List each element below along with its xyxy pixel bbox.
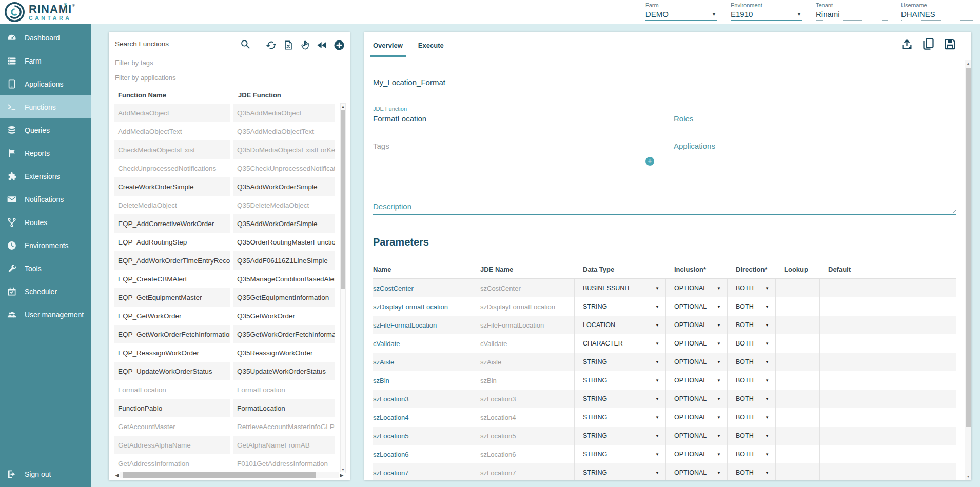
parameter-default-cell[interactable] [820,463,956,480]
data-type-select[interactable]: STRING▼ [575,297,666,316]
applications-field[interactable]: Applications [674,139,956,173]
parameter-default-cell[interactable] [820,353,956,371]
upload-icon[interactable] [900,37,914,51]
function-name-input[interactable] [373,78,953,92]
function-row[interactable]: EQP_AddWorkOrderTimeEntryRecordQ35AddF06… [114,251,345,270]
inclusion-select[interactable]: OPTIONAL▼ [666,297,728,316]
data-type-select[interactable]: BUSINESSUNIT▼ [575,279,666,297]
description-field[interactable]: Description [373,202,956,215]
inclusion-select[interactable]: OPTIONAL▼ [666,408,728,427]
tags-input[interactable] [373,141,613,150]
parameter-lookup-cell[interactable] [776,427,820,445]
sidebar-item-farm[interactable]: Farm [0,49,91,72]
data-type-select[interactable]: CHARACTER▼ [575,334,666,353]
parameter-default-cell[interactable] [820,297,956,316]
inclusion-select[interactable]: OPTIONAL▼ [666,463,728,480]
direction-select[interactable]: BOTH▼ [728,463,776,480]
inclusion-select[interactable]: OPTIONAL▼ [666,334,728,353]
textarea-resize-handle[interactable] [951,209,956,213]
parameter-name-link[interactable]: szLocation4 [373,408,472,427]
scroll-left-icon[interactable]: ◀ [114,473,120,478]
parameter-default-cell[interactable] [820,371,956,390]
inclusion-select[interactable]: OPTIONAL▼ [666,371,728,390]
direction-select[interactable]: BOTH▼ [728,279,776,297]
data-type-select[interactable]: STRING▼ [575,371,666,390]
direction-select[interactable]: BOTH▼ [728,371,776,390]
add-function-icon[interactable] [334,39,345,51]
scroll-right-icon[interactable]: ▶ [339,473,345,478]
sidebar-item-sign-out[interactable]: Sign out [0,462,91,486]
farm-value[interactable]: DEMO▼ [645,10,717,21]
sidebar-item-environments[interactable]: Environments [0,234,91,257]
function-row[interactable]: EQP_ReassignWorkOrderQ35ReassignWorkOrde… [114,343,345,362]
tab-overview[interactable]: Overview [373,32,403,59]
direction-select[interactable]: BOTH▼ [728,408,776,427]
functions-horizontal-scrollbar[interactable]: ◀ ▶ [114,472,345,478]
scroll-up-icon[interactable]: ▲ [965,60,971,67]
sidebar-item-tools[interactable]: Tools [0,257,91,280]
function-row[interactable]: EQP_AddRoutingStepQ35OrderRoutingMasterF… [114,233,345,251]
parameter-default-cell[interactable] [820,408,956,427]
jde-function-input[interactable] [373,112,655,127]
application-filter-input[interactable] [114,70,344,85]
data-type-select[interactable]: STRING▼ [575,463,666,480]
inclusion-select[interactable]: OPTIONAL▼ [666,445,728,463]
sidebar-item-routes[interactable]: Routes [0,211,91,234]
parameter-lookup-cell[interactable] [776,390,820,408]
tab-execute[interactable]: Execute [418,32,444,59]
parameter-lookup-cell[interactable] [776,371,820,390]
functions-scrollbar-thumb[interactable] [341,110,345,289]
data-type-select[interactable]: STRING▼ [575,445,666,463]
parameter-lookup-cell[interactable] [776,445,820,463]
inclusion-select[interactable]: OPTIONAL▼ [666,316,728,334]
parameter-name-link[interactable]: szAisle [373,353,472,371]
parameter-default-cell[interactable] [820,427,956,445]
function-row[interactable]: GetAddressInformationF0101GetAddressInfo… [114,454,345,473]
inclusion-select[interactable]: OPTIONAL▼ [666,427,728,445]
inclusion-select[interactable]: OPTIONAL▼ [666,353,728,371]
direction-select[interactable]: BOTH▼ [728,334,776,353]
rewind-icon[interactable] [317,39,328,51]
function-row[interactable]: FunctionPabloFormatLocation [114,399,345,417]
function-row[interactable]: EQP_AddCorrectiveWorkOrderQ35AddWorkOrde… [114,214,345,233]
function-row[interactable]: CheckUnprocessedNotificationsQ35CheckUnp… [114,159,345,177]
parameter-default-cell[interactable] [820,445,956,463]
parameter-name-link[interactable]: szLocation7 [373,463,472,480]
scroll-up-icon[interactable]: ▲ [341,104,345,110]
excel-export-icon[interactable] [283,39,294,51]
data-type-select[interactable]: STRING▼ [575,408,666,427]
save-icon[interactable] [943,37,957,51]
horizontal-scroll-track[interactable] [120,472,339,478]
parameter-lookup-cell[interactable] [776,297,820,316]
function-row[interactable]: EQP_GetWorkOrderFetchInformationQ35GetWo… [114,325,345,343]
function-row[interactable]: EQP_GetEquipmentMasterQ35GetEquipmentInf… [114,288,345,307]
username-value[interactable]: DHAINES [901,10,973,21]
inclusion-select[interactable]: OPTIONAL▼ [666,279,728,297]
environment-value[interactable]: E1910▼ [731,10,802,21]
scroll-down-icon[interactable]: ▼ [965,473,971,480]
tenant-value[interactable]: Rinami [816,10,888,21]
horizontal-scrollbar-thumb[interactable] [123,472,316,478]
copy-icon[interactable] [922,37,935,51]
direction-select[interactable]: BOTH▼ [728,353,776,371]
parameter-lookup-cell[interactable] [776,279,820,297]
direction-select[interactable]: BOTH▼ [728,297,776,316]
sidebar-item-user-management[interactable]: User management [0,303,91,326]
parameter-name-link[interactable]: szLocation5 [373,427,472,445]
data-type-select[interactable]: STRING▼ [575,390,666,408]
parameter-lookup-cell[interactable] [776,463,820,480]
tag-filter-input[interactable] [114,55,344,70]
parameter-default-cell[interactable] [820,316,956,334]
function-row[interactable]: EQP_CreateCBMAlertQ35ManageConditionBase… [114,270,345,288]
search-functions-input[interactable] [114,36,251,51]
detail-vertical-scrollbar[interactable]: ▲ ▼ [965,60,971,480]
roles-field[interactable]: Roles [674,114,956,127]
parameter-default-cell[interactable] [820,279,956,297]
parameter-name-link[interactable]: szLocation6 [373,445,472,463]
parameter-name-link[interactable]: szFileFormatLocation [373,316,472,334]
direction-select[interactable]: BOTH▼ [728,316,776,334]
sidebar-item-queries[interactable]: Queries [0,118,91,141]
parameter-name-link[interactable]: szCostCenter [373,279,472,297]
function-row[interactable]: AddMediaObjectQ35AddMediaObject [114,104,345,122]
sidebar-item-notifications[interactable]: Notifications [0,188,91,211]
